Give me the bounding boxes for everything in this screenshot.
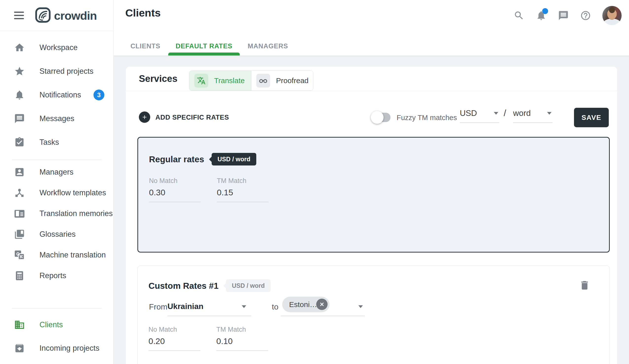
fuzzy-tm-toggle[interactable] <box>372 113 390 122</box>
field-underline <box>167 316 251 316</box>
sidebar-item-machine-translation[interactable]: Machine translation <box>0 245 113 265</box>
regular-rates-box: Regular rates USD / word No Match 0.30 T… <box>137 137 610 252</box>
custom-rates-unit-badge: USD / word <box>226 279 271 292</box>
translate-icon <box>194 74 208 88</box>
source-language-select[interactable]: From Ukrainian <box>149 300 263 316</box>
app-root: crowdin Workspace Starred projects Notif… <box>0 0 629 364</box>
notification-count-badge: 3 <box>94 90 104 100</box>
no-match-input[interactable]: 0.20 <box>149 336 200 351</box>
tasks-icon <box>14 137 25 148</box>
content-area: Services Translate Proofread <box>114 55 629 364</box>
page-title: Clients <box>125 7 160 19</box>
sidebar-divider <box>12 160 102 160</box>
services-title: Services <box>139 74 177 84</box>
chevron-down-icon <box>494 112 498 115</box>
sidebar-item-tasks[interactable]: Tasks <box>0 130 113 154</box>
messages-icon[interactable] <box>558 10 569 21</box>
search-icon[interactable] <box>514 10 524 21</box>
tm-match-field: TM Match 0.15 <box>217 177 269 202</box>
services-row: Services Translate Proofread <box>126 67 617 91</box>
custom-rates-title: Custom Rates #1 <box>149 281 219 291</box>
calculator-icon <box>14 270 25 281</box>
target-language-select[interactable]: to Estoni… <box>272 300 366 316</box>
inbox-icon <box>14 343 25 354</box>
building-icon <box>14 319 25 330</box>
tab-clients[interactable]: CLIENTS <box>131 37 160 55</box>
sidebar-item-workspace[interactable]: Workspace <box>0 36 113 59</box>
field-underline <box>281 316 365 316</box>
source-language-value: Ukrainian <box>167 302 203 311</box>
sidebar-divider <box>12 308 102 309</box>
tm-match-input[interactable]: 0.10 <box>216 336 268 351</box>
sidebar-item-clients[interactable]: Clients <box>0 313 113 336</box>
notifications-bell-icon[interactable] <box>536 10 547 21</box>
sidebar-item-incoming-projects[interactable]: Incoming projects <box>0 336 113 360</box>
currency-unit-divider: / <box>504 108 506 118</box>
sidebar-header: crowdin <box>0 0 113 31</box>
sidebar-item-messages[interactable]: Messages <box>0 107 113 130</box>
chevron-down-icon <box>358 305 363 308</box>
no-match-input[interactable]: 0.30 <box>149 188 201 202</box>
chevron-down-icon <box>547 112 552 115</box>
user-avatar[interactable] <box>602 6 622 25</box>
regular-rates-unit-badge: USD / word <box>212 153 256 165</box>
star-icon <box>14 66 25 77</box>
remove-language-icon[interactable] <box>316 299 327 310</box>
tab-default-rates[interactable]: DEFAULT RATES <box>176 37 232 55</box>
no-match-field: No Match 0.30 <box>149 177 201 202</box>
chevron-down-icon <box>242 305 246 308</box>
crowdin-logo-mark-icon <box>35 7 51 24</box>
save-button[interactable]: SAVE <box>574 108 609 127</box>
trash-icon <box>579 280 590 291</box>
no-match-field: No Match 0.20 <box>149 326 200 351</box>
crowdin-logo-text: crowdin <box>54 9 97 22</box>
fuzzy-tm-label: Fuzzy TM matches <box>397 114 457 122</box>
topbar: Clients CLIENTS DEFAULT RATES MA <box>114 0 629 55</box>
tab-bar: CLIENTS DEFAULT RATES MANAGERS <box>131 37 288 55</box>
currency-select[interactable]: USD <box>460 109 499 123</box>
unread-notification-dot <box>542 8 548 14</box>
translate-option[interactable]: Translate <box>189 71 251 91</box>
menu-icon[interactable] <box>14 11 24 21</box>
delete-custom-rates-button[interactable] <box>579 280 590 291</box>
sidebar-item-managers[interactable]: Managers <box>0 162 113 182</box>
topbar-actions <box>514 0 629 31</box>
sidebar-item-reports[interactable]: Reports <box>0 265 113 286</box>
person-card-icon <box>14 167 25 178</box>
add-rates-plus-icon[interactable] <box>139 112 150 123</box>
machine-translation-icon <box>14 249 25 260</box>
sidebar-item-translation-memories[interactable]: Translation memories <box>0 203 113 224</box>
sidebar-nav: Workspace Starred projects Notifications… <box>0 31 113 364</box>
proofread-option[interactable]: Proofread <box>251 71 313 91</box>
toggle-knob <box>371 111 384 124</box>
workflow-icon <box>14 187 25 198</box>
sidebar-item-notifications[interactable]: Notifications 3 <box>0 83 113 107</box>
message-icon <box>14 113 25 124</box>
help-icon[interactable] <box>580 10 591 21</box>
default-rates-card: Services Translate Proofread <box>126 67 617 364</box>
service-type-switcher: Translate Proofread <box>189 71 313 91</box>
sidebar-item-glossaries[interactable]: Glossaries <box>0 224 113 245</box>
target-language-chip[interactable]: Estoni… <box>282 297 329 312</box>
memory-card-icon <box>14 208 25 219</box>
tab-managers[interactable]: MANAGERS <box>248 37 288 55</box>
tm-match-field: TM Match 0.10 <box>216 326 268 351</box>
regular-rates-title: Regular rates <box>149 154 204 164</box>
glossary-book-icon <box>14 229 25 240</box>
add-specific-rates-button[interactable]: ADD SPECIFIC RATES <box>156 114 229 121</box>
active-tab-indicator <box>168 53 240 55</box>
custom-rates-card: Custom Rates #1 USD / word From Ukrainia… <box>137 266 610 364</box>
crowdin-logo[interactable]: crowdin <box>35 7 97 24</box>
sidebar-item-workflow-templates[interactable]: Workflow templates <box>0 182 113 203</box>
home-icon <box>14 42 25 53</box>
bell-icon <box>14 90 25 100</box>
sidebar: crowdin Workspace Starred projects Notif… <box>0 0 114 364</box>
glasses-icon <box>256 74 270 88</box>
tm-match-input[interactable]: 0.15 <box>217 188 269 202</box>
sidebar-item-starred-projects[interactable]: Starred projects <box>0 59 113 83</box>
unit-select[interactable]: word <box>513 109 553 123</box>
